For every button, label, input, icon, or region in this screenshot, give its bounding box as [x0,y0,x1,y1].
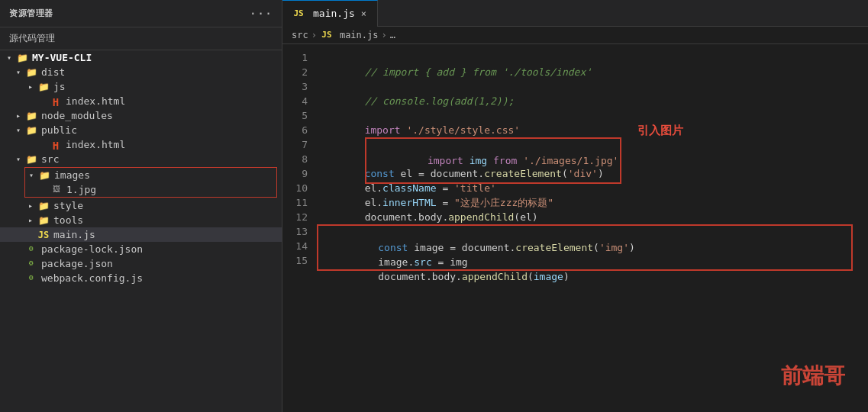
ln-5: 5 [289,108,308,123]
code-line-5: import './style/style.css' [317,108,856,123]
js-icon: JS [37,230,50,240]
redbox-group-13-15: const image = document.createElement('im… [317,224,853,271]
code-token: createElement [515,242,593,253]
breadcrumb-sep2: › [382,30,387,40]
webpack-icon: ⚙ [24,273,38,284]
code-token: from [473,66,496,78]
code-token: = img [432,256,468,268]
folder-icon: 📁 [37,215,50,226]
chevron-icon [24,216,37,224]
chevron-icon [3,53,15,62]
file-index-html-public[interactable]: H index.html [0,137,282,152]
ln-9: 9 [289,166,308,181]
code-token: './tools/index' [496,66,592,78]
folder-label: src [41,153,59,165]
project-name: MY-VUE-CLI [32,52,92,63]
folder-icon: 📁 [15,53,29,63]
ln-1: 1 [289,50,308,65]
code-token: "这是小庄zzz的标题" [454,197,553,208]
chevron-icon [12,68,24,76]
ln-6: 6 [289,123,308,137]
file-package-lock[interactable]: ⚙ package-lock.json [0,242,282,256]
ln-8: 8 [289,152,308,166]
file-1jpg[interactable]: 🖼 1.jpg [25,182,276,197]
folder-icon: 📁 [37,170,51,181]
ln-7: 7 [289,137,308,152]
file-mainjs[interactable]: JS main.js [0,227,282,242]
code-token: import [428,155,463,166]
file-package[interactable]: ⚙ package.json [0,256,282,271]
folder-style[interactable]: 📁 style [0,198,282,213]
file-label: index.html [66,95,125,107]
html-icon: H [49,96,63,107]
breadcrumb-src[interactable]: src [292,30,308,40]
file-label: main.js [53,229,95,240]
file-label: index.html [66,139,125,150]
code-token: // import { add } [365,66,473,78]
folder-src[interactable]: 📁 src [0,152,282,166]
ln-3: 3 [289,79,308,94]
ln-15: 15 [289,253,308,268]
breadcrumb-js-icon: JS [320,30,334,40]
tab-label: main.js [313,8,355,19]
folder-label: tools [53,214,83,226]
folder-dist[interactable]: 📁 dist [0,65,282,79]
code-token: = [437,197,454,208]
file-webpack[interactable]: ⚙ webpack.config.js [0,271,282,285]
ln-13: 13 [289,224,308,239]
ln-4: 4 [289,94,308,108]
code-token: body. [432,271,462,282]
code-token: ) [629,242,635,253]
code-token: document. [378,271,431,282]
code-token: className [382,182,436,194]
project-root[interactable]: 📁 MY-VUE-CLI [0,50,282,65]
ln-10: 10 [289,181,308,195]
tab-mainjs[interactable]: JS main.js × [282,0,378,27]
file-label: package.json [41,258,113,269]
sidebar-more-icon[interactable]: ··· [250,6,273,21]
source-control-label: 源代码管理 [9,33,55,43]
code-token: appendChild [462,271,528,282]
folder-images[interactable]: 📁 images [25,168,276,182]
folder-node-modules[interactable]: 📁 node_modules [0,108,282,123]
folder-icon: 📁 [24,125,38,136]
chevron-icon [24,82,37,91]
code-token [487,155,493,166]
annotation-line6: 引入图片 [637,123,683,137]
file-index-html-dist[interactable]: H index.html [0,94,282,108]
code-token: innerHTML [382,197,436,208]
breadcrumb-dots[interactable]: … [390,30,395,40]
chevron-icon [12,111,24,120]
code-token: ) [563,271,570,282]
json-icon: ⚙ [24,259,38,269]
code-token: img [469,155,487,166]
folder-label: node_modules [41,110,113,121]
folder-label: dist [41,66,65,78]
jpg-icon: 🖼 [50,185,63,195]
ln-11: 11 [289,195,308,210]
folder-public[interactable]: 📁 public [0,123,282,137]
code-token: 'img' [599,242,629,253]
code-token: src [414,256,431,268]
code-container: 1 2 3 4 5 6 7 8 9 10 11 12 13 14 15 // i… [282,44,868,412]
code-line-1: // import { add } from './tools/index' [317,50,856,65]
line-numbers: 1 2 3 4 5 6 7 8 9 10 11 12 13 14 15 [282,50,317,406]
folder-js[interactable]: 📁 js [0,79,282,94]
code-token: el. [365,182,382,194]
folder-tools[interactable]: 📁 tools [0,213,282,227]
folder-label: images [54,169,90,181]
chevron-icon [24,201,37,210]
code-token: (el) [514,211,537,223]
breadcrumb-mainjs[interactable]: main.js [340,30,379,40]
code-token: const [378,242,408,253]
breadcrumb: src › JS main.js › … [282,27,868,44]
code-token: body. [418,211,448,223]
file-label: webpack.config.js [41,272,143,284]
chevron-icon [12,126,24,134]
folder-label: style [53,200,83,211]
tab-close-icon[interactable]: × [360,8,368,19]
html-icon: H [49,140,63,150]
ln-12: 12 [289,210,308,224]
folder-label: js [53,81,66,92]
source-control-bar[interactable]: 源代码管理 [0,27,282,50]
